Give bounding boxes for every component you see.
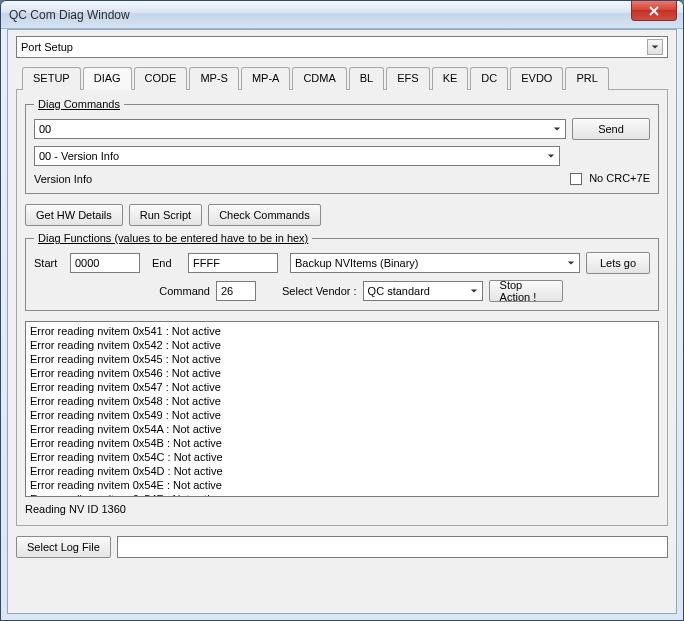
- client-frame: Port Setup SETUPDIAGCODEMP-SMP-ACDMABLEF…: [7, 29, 677, 614]
- no-crc-checkbox[interactable]: [570, 173, 582, 185]
- status-line: Reading NV ID 1360: [25, 503, 659, 515]
- port-setup-value: Port Setup: [21, 41, 73, 53]
- vendor-select[interactable]: QC standard: [363, 281, 483, 301]
- chevron-down-icon[interactable]: [470, 285, 478, 297]
- title-bar[interactable]: QC Com Diag Window: [1, 1, 683, 29]
- client-area: Port Setup SETUPDIAGCODEMP-SMP-ACDMABLEF…: [8, 30, 676, 613]
- diag-cmd-input[interactable]: 00: [34, 119, 566, 139]
- tab-ke[interactable]: KE: [432, 67, 469, 90]
- close-icon: [649, 6, 659, 16]
- tab-cdma[interactable]: CDMA: [292, 67, 346, 90]
- send-button[interactable]: Send: [572, 118, 650, 140]
- lets-go-button[interactable]: Lets go: [586, 252, 650, 274]
- log-line: Error reading nvitem 0x54C : Not active: [30, 450, 654, 464]
- log-line: Error reading nvitem 0x545 : Not active: [30, 352, 654, 366]
- diag-commands-legend: Diag Commands: [34, 98, 124, 110]
- chevron-down-icon[interactable]: [647, 39, 663, 55]
- get-hw-details-button[interactable]: Get HW Details: [25, 204, 123, 226]
- tab-strip: SETUPDIAGCODEMP-SMP-ACDMABLEFSKEDCEVDOPR…: [16, 66, 668, 90]
- tab-evdo[interactable]: EVDO: [510, 67, 563, 90]
- end-label: End: [152, 257, 182, 269]
- port-setup-dropdown[interactable]: Port Setup: [16, 36, 668, 58]
- chevron-down-icon[interactable]: [547, 150, 555, 162]
- tab-dc[interactable]: DC: [470, 67, 508, 90]
- log-textarea[interactable]: Error reading nvitem 0x541 : Not activeE…: [25, 321, 659, 497]
- diag-cmd-select[interactable]: 00 - Version Info: [34, 146, 560, 166]
- window-frame: QC Com Diag Window Port Setup SETUPDIAGC…: [0, 0, 684, 621]
- tab-code[interactable]: CODE: [134, 67, 188, 90]
- command-label: Command: [150, 285, 210, 297]
- tab-diag[interactable]: DIAG: [83, 67, 132, 90]
- tab-panel-diag: Diag Commands 00 Send 00 - Version Info: [16, 90, 668, 526]
- vendor-label: Select Vendor :: [282, 285, 357, 297]
- window-title: QC Com Diag Window: [9, 8, 130, 22]
- tab-prl[interactable]: PRL: [565, 67, 608, 90]
- log-line: Error reading nvitem 0x541 : Not active: [30, 324, 654, 338]
- log-line: Error reading nvitem 0x548 : Not active: [30, 394, 654, 408]
- log-line: Error reading nvitem 0x54A : Not active: [30, 422, 654, 436]
- log-line: Error reading nvitem 0x54E : Not active: [30, 478, 654, 492]
- stop-action-button[interactable]: Stop Action !: [489, 280, 563, 302]
- start-input[interactable]: 0000: [70, 253, 140, 273]
- chevron-down-icon[interactable]: [553, 123, 561, 135]
- log-line: Error reading nvitem 0x54F : Not active: [30, 492, 654, 497]
- run-script-button[interactable]: Run Script: [129, 204, 202, 226]
- close-button[interactable]: [631, 1, 677, 21]
- log-line: Error reading nvitem 0x542 : Not active: [30, 338, 654, 352]
- select-log-file-button[interactable]: Select Log File: [16, 536, 111, 558]
- tab-mp-s[interactable]: MP-S: [189, 67, 239, 90]
- log-line: Error reading nvitem 0x54B : Not active: [30, 436, 654, 450]
- log-line: Error reading nvitem 0x54D : Not active: [30, 464, 654, 478]
- tab-mp-a[interactable]: MP-A: [241, 67, 291, 90]
- start-label: Start: [34, 257, 64, 269]
- diag-status-text: Version Info: [34, 173, 92, 185]
- no-crc-label: No CRC+7E: [589, 172, 650, 184]
- tab-efs[interactable]: EFS: [386, 67, 429, 90]
- diag-functions-legend: Diag Functions (values to be entered hav…: [34, 232, 312, 244]
- tab-setup[interactable]: SETUP: [22, 67, 81, 90]
- diag-functions-group: Diag Functions (values to be entered hav…: [25, 232, 659, 311]
- log-line: Error reading nvitem 0x547 : Not active: [30, 380, 654, 394]
- diag-function-select[interactable]: Backup NVItems (Binary): [290, 253, 580, 273]
- check-commands-button[interactable]: Check Commands: [208, 204, 320, 226]
- end-input[interactable]: FFFF: [188, 253, 278, 273]
- diag-commands-group: Diag Commands 00 Send 00 - Version Info: [25, 98, 659, 194]
- tab-bl[interactable]: BL: [349, 67, 384, 90]
- log-file-path-input[interactable]: [117, 536, 668, 558]
- chevron-down-icon[interactable]: [567, 257, 575, 269]
- log-line: Error reading nvitem 0x549 : Not active: [30, 408, 654, 422]
- log-line: Error reading nvitem 0x546 : Not active: [30, 366, 654, 380]
- command-input[interactable]: 26: [216, 281, 256, 301]
- no-crc-wrapper: No CRC+7E: [570, 172, 650, 185]
